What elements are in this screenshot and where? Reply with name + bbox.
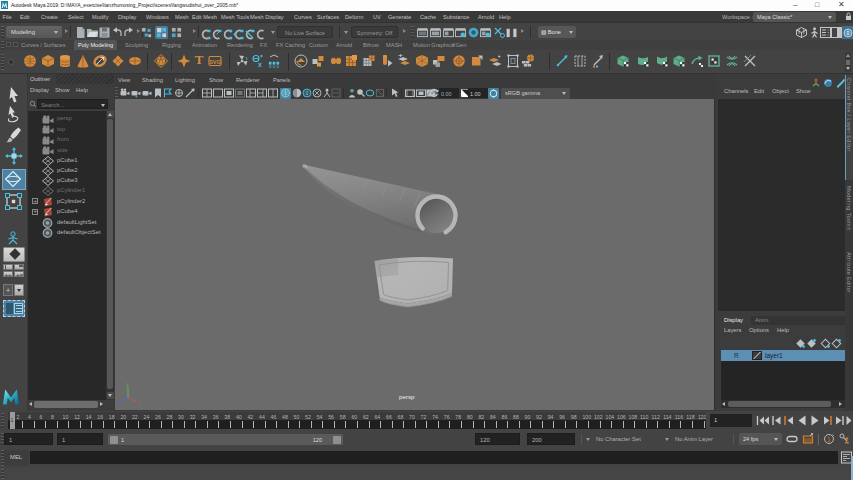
svg-text:0 0 0: 0 0 0 xyxy=(269,64,280,68)
svg-text:SVG: SVG xyxy=(209,59,221,65)
svg-text:1: 1 xyxy=(827,436,831,443)
svg-text:x: x xyxy=(258,61,262,68)
svg-text:x: x xyxy=(138,399,141,405)
svg-text:*: * xyxy=(146,92,148,98)
svg-text:y: y xyxy=(126,381,129,387)
svg-text:z: z xyxy=(116,400,119,406)
svg-text:persp: persp xyxy=(399,393,415,400)
svg-text:+: + xyxy=(135,92,138,98)
